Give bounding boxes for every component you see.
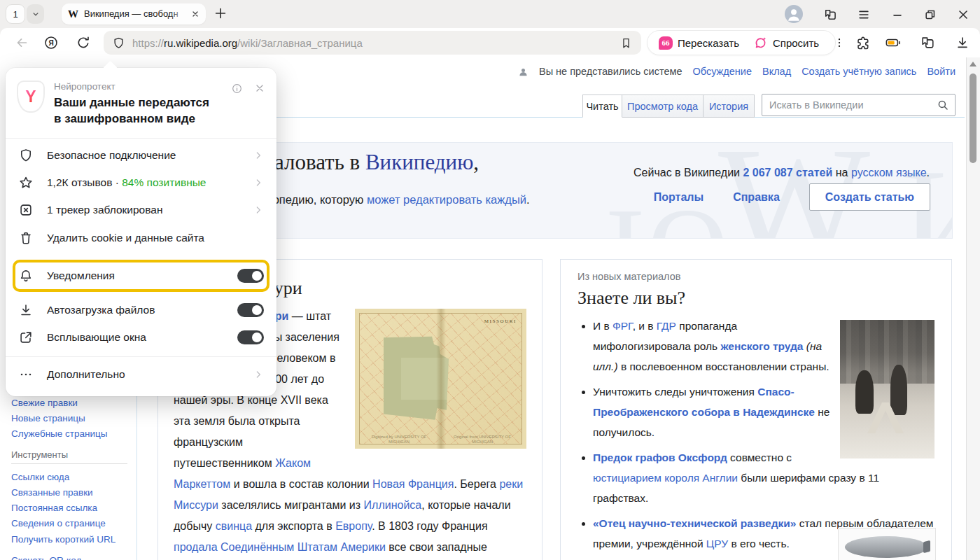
sidebar-item-page-info[interactable]: Сведения о странице xyxy=(11,518,106,528)
sidebar-item-recent-changes[interactable]: Свежие правки xyxy=(11,398,78,408)
shield-icon xyxy=(18,148,34,163)
chevron-right-icon xyxy=(253,150,264,161)
inline-link[interactable]: свинца xyxy=(216,520,252,532)
inline-link[interactable]: Новая Франция xyxy=(372,478,454,490)
scrollbar-thumb[interactable] xyxy=(969,74,976,163)
browser-tab[interactable]: W Википедия — свободн xyxy=(62,4,206,24)
ai-more-button[interactable] xyxy=(827,36,851,49)
missouri-map-image[interactable]: MISSOURI Digitized by UNIVERSITY OF MICH… xyxy=(355,309,526,449)
extensions-button[interactable] xyxy=(855,35,870,50)
create-article-button[interactable]: Создать статью xyxy=(809,183,930,211)
minimize-button[interactable] xyxy=(890,8,904,22)
tab-close-icon[interactable] xyxy=(191,10,200,18)
user-status: Вы не представились системе xyxy=(539,66,682,77)
yandex-icon: Я xyxy=(43,35,59,50)
wiki-tab-history[interactable]: История xyxy=(703,94,755,118)
popup-header: Y Нейропротект Ваши данные передаютсяв з… xyxy=(6,68,276,136)
download-icon xyxy=(955,35,970,50)
inline-link[interactable]: продала Соединённым Штатам Америки xyxy=(174,541,386,553)
reload-icon xyxy=(76,35,91,50)
popup-item-delete-cookies[interactable]: Удалить cookie и данные сайта xyxy=(6,223,276,253)
scrollbar-up-arrow[interactable] xyxy=(969,62,976,66)
info-icon[interactable] xyxy=(231,83,243,127)
inline-link[interactable]: женского труда xyxy=(720,340,803,352)
wiki-tab-view-source[interactable]: Просмотр кода xyxy=(622,94,704,118)
inline-link[interactable]: «Отец научно-технической разведки» xyxy=(593,517,796,529)
help-link[interactable]: Справка xyxy=(733,191,780,204)
inline-link[interactable]: ФРГ xyxy=(612,320,633,332)
wiki-link-discussion[interactable]: Обсуждение xyxy=(692,66,751,77)
profile-avatar[interactable] xyxy=(785,5,803,23)
wikipedia-search-input[interactable] xyxy=(762,99,937,111)
popup-item-reviews[interactable]: 1,2К отзывов · 84% позитивные xyxy=(6,169,276,196)
reload-button[interactable] xyxy=(76,35,91,50)
popup-item-popups[interactable]: Всплывающие окна xyxy=(6,323,276,351)
sidebar-item-related-changes[interactable]: Связанные правки xyxy=(11,487,93,498)
tab-list-button[interactable] xyxy=(27,4,44,24)
wiki-link-contributions[interactable]: Вклад xyxy=(762,66,791,77)
popup-item-secure-connection[interactable]: Безопасное подключение xyxy=(6,141,276,169)
site-protection-shield-icon[interactable] xyxy=(112,36,125,50)
battery-button[interactable] xyxy=(884,35,902,50)
map-caption-right: Original from UNIVERSITY OF MICHIGAN xyxy=(451,435,514,444)
quote-icon: 66 xyxy=(659,36,673,50)
tab-title: Википедия — свободн xyxy=(84,8,188,20)
maximize-button[interactable] xyxy=(923,8,937,22)
sidebar-item-special-pages[interactable]: Служебные страницы xyxy=(11,428,107,439)
ask-button[interactable]: Спросить xyxy=(748,36,825,50)
popup-close-icon[interactable] xyxy=(254,83,265,127)
sidebar-item-new-pages[interactable]: Новые страницы xyxy=(11,413,85,424)
yandex-home-button[interactable]: Я xyxy=(43,35,59,50)
sidebar-header-tools: Инструменты xyxy=(11,449,68,460)
sidebar-item-what-links-here[interactable]: Ссылки сюда xyxy=(11,472,69,482)
popup-item-notifications[interactable]: Уведомления xyxy=(13,260,270,292)
ellipsis-icon xyxy=(18,367,34,382)
popups-toggle[interactable] xyxy=(237,330,264,344)
sidebar-item-permanent-link[interactable]: Постоянная ссылка xyxy=(11,503,97,513)
inline-link[interactable]: Предок графов Оксфорд xyxy=(593,451,727,463)
notifications-toggle[interactable] xyxy=(237,269,264,283)
inline-link[interactable]: Иллинойса xyxy=(364,499,422,511)
inline-link[interactable]: юстициарием короля Англии xyxy=(593,472,738,484)
url-text: https://ru.wikipedia.org/wiki/Заглавная_… xyxy=(132,37,363,49)
wiki-tab-read[interactable]: Читать xyxy=(582,94,622,118)
menu-button[interactable] xyxy=(857,8,871,22)
inline-link[interactable]: Википедию xyxy=(365,150,473,174)
autodownload-toggle[interactable] xyxy=(237,303,264,317)
page-scrollbar[interactable] xyxy=(966,57,980,560)
download-icon xyxy=(18,302,34,318)
sidebar-item-short-url[interactable]: Получить короткий URL xyxy=(11,533,116,546)
inline-link[interactable]: русском языке xyxy=(851,167,927,178)
tab-counter[interactable]: 1 xyxy=(6,4,44,24)
search-icon[interactable] xyxy=(937,99,949,111)
positive-reviews: 84% позитивные xyxy=(122,176,206,188)
inline-link[interactable]: может редактировать каждый xyxy=(367,193,526,206)
popup-item-tracker-blocked[interactable]: 1 трекер заблокирован xyxy=(6,196,276,223)
popup-item-more[interactable]: Дополнительно xyxy=(6,360,276,389)
address-bar[interactable]: https://ru.wikipedia.org/wiki/Заглавная_… xyxy=(104,31,641,55)
airship-photo[interactable] xyxy=(838,528,936,560)
bookmarks-panel-button[interactable] xyxy=(823,8,837,22)
tab-count[interactable]: 1 xyxy=(6,4,25,24)
bell-icon xyxy=(18,268,34,284)
collections-button[interactable] xyxy=(920,35,935,50)
banner-actions: Порталы Справка Создать статью xyxy=(654,183,930,211)
bookmark-page-button[interactable] xyxy=(620,36,633,50)
popup-item-autodownload[interactable]: Автозагрузка файлов xyxy=(6,296,276,323)
summarize-label: Пересказать xyxy=(678,37,739,49)
close-window-button[interactable] xyxy=(956,8,970,22)
summarize-button[interactable]: 66 Пересказать xyxy=(653,36,745,50)
downloads-button[interactable] xyxy=(955,35,970,50)
back-button[interactable] xyxy=(14,35,29,50)
inline-link[interactable]: 2 067 087 статей xyxy=(743,167,832,178)
portals-link[interactable]: Порталы xyxy=(654,191,704,204)
sidebar-item-qr-code[interactable]: Скачать QR-код xyxy=(11,555,81,560)
wiki-link-login[interactable]: Войти xyxy=(927,66,955,77)
inline-link[interactable]: Европу xyxy=(335,520,372,532)
wiki-link-create-account[interactable]: Создать учётную запись xyxy=(802,66,916,77)
rubble-women-photo[interactable] xyxy=(840,320,934,458)
new-tab-button[interactable] xyxy=(213,6,228,21)
inline-link[interactable]: ЦРУ xyxy=(706,538,728,550)
inline-link[interactable]: ГДР xyxy=(657,320,676,332)
map-title: MISSOURI xyxy=(484,318,517,324)
